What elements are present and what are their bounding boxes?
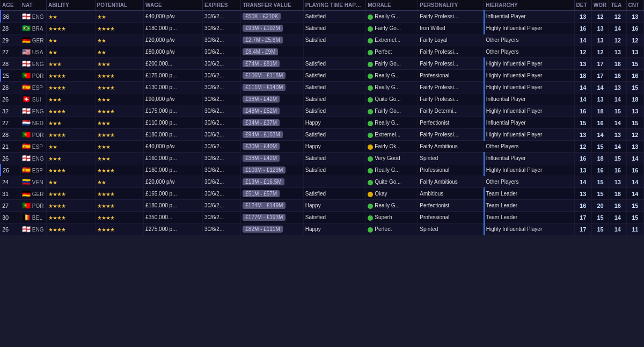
table-row[interactable]: 21🇪🇸 ESP★★★★★£40,000 p/w30/6/2...£30M - … <box>1 141 644 153</box>
table-row[interactable]: 30🇧🇪 BEL★★★★★★★★£350,000...30/6/2...£177… <box>1 212 644 223</box>
cell-potential: ★★ <box>95 46 144 58</box>
table-row[interactable]: 29🇩🇪 GER★★★★£20,000 p/w30/6/2...£2.7M - … <box>1 34 644 46</box>
col-header-cnt[interactable]: CNT <box>626 0 643 11</box>
cell-personality: Fairly Professi... <box>418 93 484 105</box>
cell-transfer: £111M - £140M <box>241 82 303 93</box>
table-row[interactable]: 27🇵🇹 POR★★★★★★★★£180,000 p...30/6/2...£1… <box>1 200 644 212</box>
table-row[interactable]: 26🇨🇭 SUI★★★★★★£90,000 p/w30/6/2...£38M -… <box>1 93 644 105</box>
cell-transfer: £177M - £193M <box>241 212 303 223</box>
cell-nat: 🇧🇪 BEL <box>20 212 46 223</box>
col-header-transfer[interactable]: TRANSFER VALUE <box>241 0 303 11</box>
cell-potential: ★★★★ <box>95 82 144 93</box>
cell-expires: 30/6/2... <box>203 188 241 200</box>
cell-potential: ★★★ <box>95 93 144 105</box>
cell-det: 13 <box>574 11 591 23</box>
cell-age: 28 <box>1 58 20 70</box>
cell-nat: 🇵🇹 POR <box>20 70 46 82</box>
table-row[interactable]: 26🏴󠁧󠁢󠁥󠁮󠁧󠁿 ENG★★★★★★£160,000 p...30/6/2..… <box>1 153 644 164</box>
table-row[interactable]: 28🇵🇹 POR★★★★★★★★£180,000 p...30/6/2...£9… <box>1 129 644 141</box>
col-header-ability[interactable]: ABILITY <box>46 0 95 11</box>
cell-personality: Spirited <box>418 223 484 235</box>
cell-cnt: 15 <box>626 82 643 93</box>
cell-hierarchy: Influential Player <box>484 93 574 105</box>
table-row[interactable]: 26🇪🇸 ESP★★★★★★★★£160,000 p...30/6/2...£1… <box>1 164 644 176</box>
cell-transfer: £106M - £118M <box>241 70 303 82</box>
col-header-age[interactable]: AGE <box>1 0 20 11</box>
col-header-potential[interactable]: POTENTIAL <box>95 0 144 11</box>
cell-wage: £175,000 p... <box>144 70 203 82</box>
cell-ability: ★★★ <box>46 117 95 129</box>
cell-expires: 30/6/2... <box>203 212 241 223</box>
cell-hierarchy: Other Players <box>484 46 574 58</box>
cell-age: 26 <box>1 93 20 105</box>
cell-cnt: 15 <box>626 117 643 129</box>
cell-morale: Really G... <box>366 70 418 82</box>
cell-wage: £80,000 p/w <box>144 46 203 58</box>
cell-ability: ★★★ <box>46 93 95 105</box>
cell-personality: Fairly Professi... <box>418 82 484 93</box>
col-header-expires[interactable]: EXPIRES <box>203 0 241 11</box>
cell-wor: 13 <box>591 34 609 46</box>
cell-morale: Really G... <box>366 82 418 93</box>
table-row[interactable]: 27🇺🇸 USA★★★★£80,000 p/w30/6/2...£8.4M - … <box>1 46 644 58</box>
cell-age: 27 <box>1 117 20 129</box>
cell-transfer: £82M - £111M <box>241 223 303 235</box>
cell-tea: 14 <box>609 141 626 153</box>
table-row[interactable]: 28🏴󠁧󠁢󠁥󠁮󠁧󠁿 ENG★★★★★★£200,000...30/6/2...£… <box>1 58 644 70</box>
cell-morale: Fairly Go... <box>366 105 418 117</box>
cell-cnt: 16 <box>626 164 643 176</box>
table-row[interactable]: 28🇧🇷 BRA★★★★★★★★£180,000 p...30/6/2...£9… <box>1 23 644 34</box>
table-row[interactable]: 25🇵🇹 POR★★★★★★★★£175,000 p...30/6/2...£1… <box>1 70 644 82</box>
col-header-personality[interactable]: PERSONALITY <box>418 0 484 11</box>
cell-age: 27 <box>1 46 20 58</box>
cell-wage: £275,000 p... <box>144 223 203 235</box>
col-header-hierarchy[interactable]: HIERARCHY <box>484 0 574 11</box>
cell-ability: ★★★★ <box>46 200 95 212</box>
cell-wage: £180,000 p... <box>144 129 203 141</box>
cell-potential: ★★★ <box>95 141 144 153</box>
cell-nat: 🇪🇸 ESP <box>20 82 46 93</box>
cell-wor: 14 <box>591 82 609 93</box>
cell-det: 13 <box>574 58 591 70</box>
col-header-det[interactable]: DET <box>574 0 591 11</box>
cell-tea: 13 <box>609 129 626 141</box>
cell-tea: 16 <box>609 200 626 212</box>
table-row[interactable]: 26🏴󠁧󠁢󠁥󠁮󠁧󠁿 ENG★★★★★★★★£275,000 p...30/6/2… <box>1 223 644 235</box>
cell-expires: 30/6/2... <box>203 164 241 176</box>
cell-tea: 13 <box>609 176 626 188</box>
cell-wor: 15 <box>591 188 609 200</box>
col-header-wor[interactable]: WOR <box>591 0 609 11</box>
cell-expires: 30/6/2... <box>203 93 241 105</box>
cell-wage: £175,000 p... <box>144 105 203 117</box>
cell-playing: Satisfied <box>303 129 365 141</box>
cell-expires: 30/6/2... <box>203 105 241 117</box>
table-row[interactable]: 32🏴󠁧󠁢󠁥󠁮󠁧󠁿 ENG★★★★★★★★£175,000 p...30/6/2… <box>1 105 644 117</box>
cell-cnt: 15 <box>626 58 643 70</box>
cell-playing: Satisfied <box>303 93 365 105</box>
cell-wage: £180,000 p... <box>144 23 203 34</box>
cell-age: 29 <box>1 34 20 46</box>
cell-personality: Iron Willed <box>418 23 484 34</box>
col-header-nat[interactable]: NAT <box>20 0 46 11</box>
table-row[interactable]: 24🇻🇪 VEN★★★★£20,000 p/w30/6/2...£13M - £… <box>1 176 644 188</box>
cell-tea: 14 <box>609 212 626 223</box>
table-row[interactable]: 28🇪🇸 ESP★★★★★★★★£130,000 p...30/6/2...£1… <box>1 82 644 93</box>
cell-cnt: 14 <box>626 153 643 164</box>
cell-morale: Quite Go... <box>366 176 418 188</box>
col-header-morale[interactable]: MORALE <box>366 0 418 11</box>
col-header-tea[interactable]: TEA <box>609 0 626 11</box>
cell-transfer: £103M - £129M <box>241 164 303 176</box>
cell-morale: Really G... <box>366 117 418 129</box>
cell-nat: 🏴󠁧󠁢󠁥󠁮󠁧󠁿 ENG <box>20 223 46 235</box>
table-row[interactable]: 36🏴󠁧󠁢󠁥󠁮󠁧󠁿 ENG★★★★£40,000 p/w30/6/2...£50… <box>1 11 644 23</box>
col-header-playing[interactable]: PLAYING TIME HAPPI... <box>303 0 365 11</box>
cell-hierarchy: Highly Influential Player <box>484 223 574 235</box>
table-row[interactable]: 31🇩🇪 GER★★★★★★★★£165,000 p...30/6/2...£5… <box>1 188 644 200</box>
col-header-wage[interactable]: WAGE <box>144 0 203 11</box>
cell-hierarchy: Highly Influential Player <box>484 23 574 34</box>
cell-personality: Professional <box>418 212 484 223</box>
cell-ability: ★★★ <box>46 58 95 70</box>
table-row[interactable]: 27🇳🇱 NED★★★★★★£110,000 p...30/6/2...£34M… <box>1 117 644 129</box>
cell-nat: 🇻🇪 VEN <box>20 176 46 188</box>
cell-tea: 12 <box>609 11 626 23</box>
